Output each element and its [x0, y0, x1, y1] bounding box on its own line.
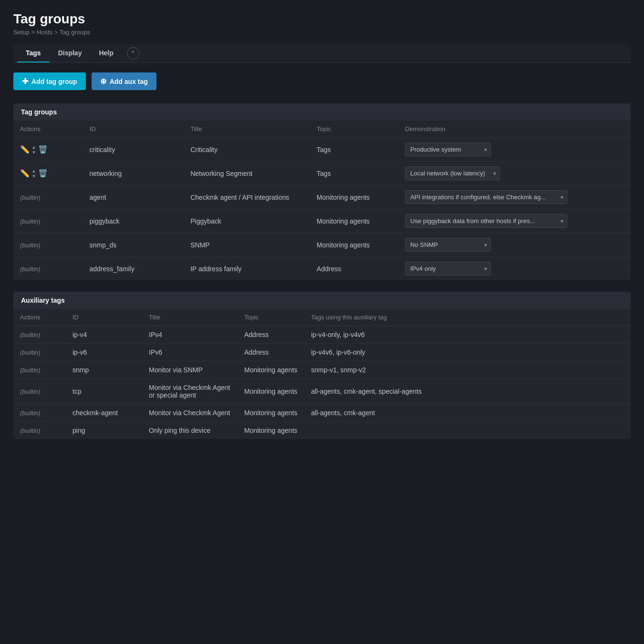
demo-cell[interactable]: Use piggyback data from other hosts if p… [398, 209, 631, 233]
aux-tags-using-cell: ip-v4v6, ip-v6-only [304, 344, 631, 361]
aux-tags-header: Auxiliary tags [13, 292, 631, 309]
table-row: ✏️ ▲▼ 🗑️ criticalityCriticalityTagsProdu… [13, 138, 631, 162]
toolbar: ✚ Add tag group ⊕ Add aux tag [13, 72, 631, 90]
demo-cell[interactable]: Productive systemBusiness criticalTest s… [398, 138, 631, 162]
table-row: (builtin)snmpMonitor via SNMPMonitoring … [13, 361, 631, 379]
tab-help[interactable]: Help [90, 44, 122, 62]
aux-action-cell: (builtin) [13, 404, 66, 422]
reorder-icon[interactable]: ▲▼ [31, 168, 36, 179]
aux-action-cell: (builtin) [13, 361, 66, 379]
delete-icon[interactable]: 🗑️ [38, 145, 48, 154]
aux-id-cell: tcp [66, 379, 142, 404]
action-cell: (builtin) [13, 233, 83, 257]
title-cell: Criticality [184, 138, 310, 162]
aux-tags-using-cell: all-agents, cmk-agent, special-agents [304, 379, 631, 404]
col-header-actions: Actions [13, 121, 83, 138]
aux-topic-cell: Monitoring agents [238, 379, 304, 404]
topic-cell: Tags [310, 162, 398, 185]
title-cell: IP address family [184, 257, 310, 281]
builtin-label: (builtin) [20, 194, 41, 201]
aux-tags-using-cell: all-agents, cmk-agent [304, 404, 631, 422]
aux-tags-section: Auxiliary tags Actions ID Title Topic Ta… [13, 292, 631, 439]
action-cell: ✏️ ▲▼ 🗑️ [13, 138, 83, 162]
builtin-label: (builtin) [20, 266, 41, 273]
id-cell: criticality [83, 138, 184, 162]
aux-action-cell: (builtin) [13, 422, 66, 440]
demo-cell[interactable]: Local network (low latency)WANDMZ [398, 162, 631, 185]
id-cell: piggyback [83, 209, 184, 233]
table-row: (builtin)snmp_dsSNMPMonitoring agentsNo … [13, 233, 631, 257]
add-circle-icon: ⊕ [100, 77, 106, 86]
demo-select[interactable]: Productive systemBusiness criticalTest s… [405, 143, 491, 156]
tab-tags[interactable]: Tags [17, 44, 50, 62]
aux-id-cell: snmp [66, 361, 142, 379]
aux-id-cell: ping [66, 422, 142, 440]
demo-select[interactable]: No SNMPSNMP v1SNMP v2/v3 [405, 238, 491, 252]
demo-cell[interactable]: API integrations if configured, else Che… [398, 185, 631, 209]
table-row: ✏️ ▲▼ 🗑️ networkingNetworking SegmentTag… [13, 162, 631, 185]
aux-title-cell: Monitor via SNMP [142, 361, 238, 379]
edit-icon[interactable]: ✏️ [20, 145, 30, 154]
aux-id-cell: checkmk-agent [66, 404, 142, 422]
col-header-demo: Demonstration [398, 121, 631, 138]
id-cell: address_family [83, 257, 184, 281]
builtin-label: (builtin) [20, 409, 41, 417]
aux-topic-cell: Monitoring agents [238, 361, 304, 379]
demo-select[interactable]: Local network (low latency)WANDMZ [405, 166, 500, 180]
demo-select[interactable]: Use piggyback data from other hosts if p… [405, 214, 567, 228]
aux-col-header-tags-using: Tags using this auxiliary tag [304, 309, 631, 326]
id-cell: networking [83, 162, 184, 185]
table-row: (builtin)agentCheckmk agent / API integr… [13, 185, 631, 209]
demo-select[interactable]: API integrations if configured, else Che… [405, 190, 567, 204]
id-cell: agent [83, 185, 184, 209]
builtin-label: (builtin) [20, 242, 41, 249]
demo-cell[interactable]: No SNMPSNMP v1SNMP v2/v3 [398, 233, 631, 257]
tag-groups-table: Actions ID Title Topic Demonstration ✏️ … [13, 121, 631, 280]
aux-col-header-topic: Topic [238, 309, 304, 326]
title-cell: Checkmk agent / API integrations [184, 185, 310, 209]
aux-title-cell: Monitor via Checkmk Agent or special age… [142, 379, 238, 404]
aux-col-header-id: ID [66, 309, 142, 326]
aux-topic-cell: Address [238, 326, 304, 344]
table-row: (builtin)piggybackPiggybackMonitoring ag… [13, 209, 631, 233]
title-cell: Networking Segment [184, 162, 310, 185]
table-row: (builtin)tcpMonitor via Checkmk Agent or… [13, 379, 631, 404]
aux-title-cell: Only ping this device [142, 422, 238, 440]
builtin-label: (builtin) [20, 427, 41, 434]
aux-col-header-title: Title [142, 309, 238, 326]
table-row: (builtin)ip-v6IPv6Addressip-v4v6, ip-v6-… [13, 344, 631, 361]
action-cell: ✏️ ▲▼ 🗑️ [13, 162, 83, 185]
plus-icon: ✚ [22, 77, 28, 86]
action-cell: (builtin) [13, 185, 83, 209]
aux-topic-cell: Monitoring agents [238, 404, 304, 422]
aux-title-cell: Monitor via Checkmk Agent [142, 404, 238, 422]
aux-id-cell: ip-v4 [66, 326, 142, 344]
breadcrumb: Setup > Hosts > Tag groups [13, 29, 631, 36]
tab-display[interactable]: Display [50, 44, 91, 62]
builtin-label: (builtin) [20, 349, 41, 356]
tag-groups-section: Tag groups Actions ID Title Topic Demons… [13, 103, 631, 280]
edit-icon[interactable]: ✏️ [20, 169, 30, 178]
builtin-label: (builtin) [20, 388, 41, 395]
aux-title-cell: IPv4 [142, 326, 238, 344]
add-tag-group-button[interactable]: ✚ Add tag group [13, 72, 86, 90]
aux-id-cell: ip-v6 [66, 344, 142, 361]
demo-select[interactable]: IPv4 onlyIPv6 onlyIPv4/IPv6 dual-stack [405, 262, 491, 276]
aux-tags-table: Actions ID Title Topic Tags using this a… [13, 309, 631, 439]
reorder-icon[interactable]: ▲▼ [31, 144, 36, 155]
nav-tabs: Tags Display Help ⌃ [13, 44, 631, 63]
add-aux-tag-button[interactable]: ⊕ Add aux tag [92, 72, 156, 90]
page-title: Tag groups [13, 11, 631, 27]
topic-cell: Monitoring agents [310, 209, 398, 233]
table-row: (builtin)ip-v4IPv4Addressip-v4-only, ip-… [13, 326, 631, 344]
collapse-button[interactable]: ⌃ [127, 47, 139, 60]
title-cell: Piggyback [184, 209, 310, 233]
builtin-label: (builtin) [20, 331, 41, 338]
aux-tags-using-cell [304, 422, 631, 440]
delete-icon[interactable]: 🗑️ [38, 169, 48, 178]
aux-topic-cell: Address [238, 344, 304, 361]
demo-cell[interactable]: IPv4 onlyIPv6 onlyIPv4/IPv6 dual-stack [398, 257, 631, 281]
aux-tags-using-cell: snmp-v1, snmp-v2 [304, 361, 631, 379]
tag-groups-header: Tag groups [13, 103, 631, 121]
action-cell: (builtin) [13, 257, 83, 281]
